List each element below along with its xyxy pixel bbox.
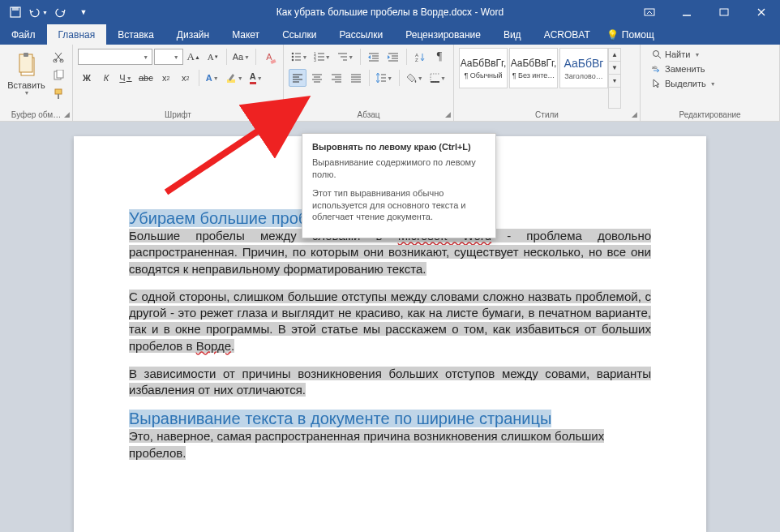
tab-insert[interactable]: Вставка [106,24,165,45]
doc-paragraph-2[interactable]: С одной стороны, слишком большие отступы… [129,289,651,354]
style-gallery-more-icon[interactable]: ▾ [609,75,620,88]
ribbon: Вставить ▼ Буфер обм… ◢ ▼ ▼ A▲ A▼ Aa▼ A … [0,45,780,122]
cursor-icon [652,79,662,88]
tab-references[interactable]: Ссылки [271,24,328,45]
style-gallery-down-icon[interactable]: ▼ [609,62,620,75]
svg-rect-13 [57,70,63,78]
svg-point-64 [654,51,659,57]
svg-text:Z: Z [415,58,418,62]
doc-paragraph-4[interactable]: Это, наверное, самая распространенная пр… [129,428,651,461]
ribbon-tabs: Файл Главная Вставка Дизайн Макет Ссылки… [0,24,780,45]
redo-icon[interactable] [50,2,71,23]
svg-rect-14 [55,89,62,94]
justify-icon[interactable] [347,69,365,87]
clipboard-launcher-icon[interactable]: ◢ [64,110,70,118]
window-title: Как убрать большие пробелы в Ворде.docx … [276,6,504,18]
paragraph-launcher-icon[interactable]: ◢ [445,110,451,118]
align-center-icon[interactable] [308,69,326,87]
tab-mailings[interactable]: Рассылки [328,24,394,45]
undo-icon[interactable]: ▼ [28,2,49,23]
group-paragraph: ▼ 123▼ ▼ AZ ¶ ▼ ▼ ▼ Абзац ◢ [284,45,454,121]
style-gallery-up-icon[interactable]: ▲ [609,49,620,62]
svg-rect-4 [720,9,728,15]
numbering-icon[interactable]: 123▼ [311,48,332,66]
tell-me[interactable]: 💡 Помощ [606,24,654,45]
text-effects-icon[interactable]: A▼ [204,69,221,87]
doc-paragraph-3[interactable]: В зависимости от причины возникновения б… [129,366,651,399]
line-spacing-icon[interactable]: ▼ [374,69,395,87]
copy-icon[interactable] [49,66,67,84]
tab-file[interactable]: Файл [0,24,47,45]
strike-icon[interactable]: abc [136,69,156,87]
shading-icon[interactable]: ▼ [404,69,425,87]
underline-icon[interactable]: Ч▼ [117,69,135,87]
tooltip-text-1: Выравнивание содержимого по левому полю. [312,157,486,181]
tab-design[interactable]: Дизайн [165,24,221,45]
font-name-combo[interactable]: ▼ [78,49,152,65]
qa-customize-icon[interactable]: ▼ [73,2,94,23]
change-case-icon[interactable]: Aa▼ [231,48,252,66]
style-heading1[interactable]: АаБбВг Заголово… [559,48,608,88]
styles-launcher-icon[interactable]: ◢ [632,110,637,118]
font-color-icon[interactable]: A▼ [247,69,265,87]
style-nospacing[interactable]: АаБбВвГг, ¶ Без инте… [509,48,558,88]
doc-heading[interactable]: Убираем большие проб [129,209,307,227]
tab-acrobat[interactable]: ACROBAT [533,24,602,45]
group-editing-label: Редактирование [645,109,774,119]
find-button[interactable]: Найти▼ [649,48,771,61]
decrease-indent-icon[interactable] [365,48,383,66]
replace-icon: ab [652,64,662,74]
show-marks-icon[interactable]: ¶ [431,48,448,66]
svg-point-18 [292,53,294,55]
align-left-icon[interactable] [289,69,306,87]
format-painter-icon[interactable] [49,85,67,103]
svg-rect-8 [19,54,32,72]
titlebar: ▼ ▼ Как убрать большие пробелы в Ворде.d… [0,0,780,24]
svg-rect-62 [431,74,439,82]
clear-format-icon[interactable]: A [260,48,278,66]
highlight-icon[interactable]: ▼ [223,69,246,87]
tab-review[interactable]: Рецензирование [394,24,492,45]
font-size-combo[interactable]: ▼ [154,49,183,65]
group-paragraph-label: Абзац [289,109,448,119]
ribbon-options-icon[interactable] [631,0,668,24]
minimize-icon[interactable] [668,0,705,24]
italic-icon[interactable]: К [97,69,115,87]
sort-icon[interactable]: AZ [411,48,429,66]
svg-line-65 [658,56,661,58]
align-right-icon[interactable] [328,69,345,87]
tab-view[interactable]: Вид [492,24,533,45]
save-icon[interactable] [5,2,26,23]
svg-rect-15 [58,94,59,99]
svg-rect-16 [270,59,276,64]
paste-button[interactable]: Вставить ▼ [5,48,48,100]
cut-icon[interactable] [49,48,67,66]
svg-rect-2 [645,9,654,15]
select-button[interactable]: Выделить▼ [649,77,771,90]
grow-font-icon[interactable]: A▲ [185,48,203,66]
bold-icon[interactable]: Ж [78,69,96,87]
group-font-label: Шрифт [78,109,278,119]
lightbulb-icon: 💡 [606,29,619,41]
multilevel-icon[interactable]: ▼ [335,48,356,66]
replace-button[interactable]: ab Заменить [649,62,771,75]
svg-rect-9 [24,53,28,57]
tab-home[interactable]: Главная [47,24,107,45]
svg-point-20 [292,56,294,58]
close-icon[interactable] [743,0,780,24]
style-normal[interactable]: АаБбВвГг, ¶ Обычный [459,48,508,88]
doc-heading-2[interactable]: Выравнивание текста в документе по ширин… [129,410,551,427]
align-left-tooltip: Выровнять по левому краю (Ctrl+L) Выравн… [302,133,496,238]
group-clipboard: Вставить ▼ Буфер обм… ◢ [0,45,73,121]
superscript-icon[interactable]: x2 [177,69,195,87]
shrink-font-icon[interactable]: A▼ [204,48,222,66]
increase-indent-icon[interactable] [384,48,402,66]
maximize-icon[interactable] [705,0,743,24]
font-launcher-icon[interactable]: ◢ [275,110,281,118]
bullets-icon[interactable]: ▼ [289,48,310,66]
borders-icon[interactable]: ▼ [427,69,448,87]
group-styles-label: Стили [459,109,635,119]
tab-layout[interactable]: Макет [221,24,271,45]
paste-label: Вставить [7,80,45,90]
subscript-icon[interactable]: x2 [157,69,175,87]
